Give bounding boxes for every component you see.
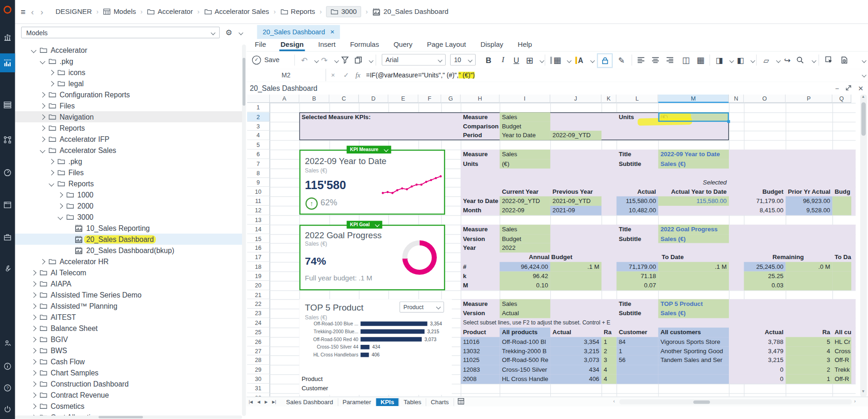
cell-H7[interactable]: Units	[461, 159, 500, 168]
cell-format-button[interactable]: ◨	[714, 52, 725, 69]
back-icon[interactable]: ‹	[31, 7, 34, 16]
formula-bar-expand-icon[interactable]	[862, 73, 867, 77]
cell-I14[interactable]: Sales	[500, 225, 550, 234]
row-header-29[interactable]: 29	[247, 365, 270, 374]
tree-folder-icons[interactable]: icons	[15, 67, 242, 78]
cell-I25[interactable]: All products	[500, 328, 550, 337]
save-button[interactable]: ✓Save	[252, 52, 291, 69]
cell-M22[interactable]: TOP 5 Product	[658, 299, 729, 309]
cell-J10[interactable]: Previous Year	[550, 187, 601, 197]
cell-P25[interactable]: Ra	[785, 328, 832, 337]
tree-expander-icon[interactable]	[31, 348, 37, 353]
row-header-7[interactable]: 7	[247, 159, 270, 168]
cell-P27[interactable]: 4	[785, 346, 832, 356]
cell-J25[interactable]: Actual	[550, 328, 601, 337]
cell-L23[interactable]: Subtitle	[617, 309, 658, 318]
info-icon[interactable]	[0, 359, 15, 373]
cell-M18[interactable]: .1 M	[658, 262, 729, 271]
tree-folder-reports[interactable]: Reports	[15, 178, 242, 189]
cell-P29[interactable]: 2	[785, 365, 832, 374]
align-center-button[interactable]	[651, 57, 659, 63]
cell-M15[interactable]: Sales (€)	[658, 234, 729, 243]
cell-O25[interactable]: Actual	[744, 328, 785, 337]
hscroll-left-icon[interactable]: ‹	[613, 398, 615, 404]
cell-J11[interactable]: 2021-09_YTD	[550, 197, 601, 206]
row-header-17[interactable]: 17	[247, 253, 270, 262]
cell-I11[interactable]: 2022-09_YTD	[500, 197, 550, 206]
redo-button[interactable]: ↷	[319, 52, 330, 69]
cell-I4[interactable]: Year to Date	[500, 131, 550, 140]
cell-O29[interactable]: 0	[744, 365, 785, 374]
cell-I22[interactable]: Sales	[500, 299, 550, 309]
sheetnav-first-icon[interactable]: |◀	[247, 400, 255, 404]
cell-L6[interactable]: Title	[617, 150, 658, 159]
cell-M10[interactable]: Actual Year to Date	[658, 187, 729, 197]
sheet-tab-kpis[interactable]: KPIs	[376, 398, 399, 406]
tree-folder-accelerator-ifp[interactable]: Accelerator IFP	[15, 133, 242, 145]
confirm-icon[interactable]: ✓	[343, 69, 349, 81]
cell-L27[interactable]: 1	[617, 346, 658, 356]
cell-P11[interactable]: 96,923.00	[785, 197, 832, 206]
tree-folder-accelerator-hr[interactable]: Accelerator HR	[15, 256, 242, 267]
help-icon[interactable]: ?	[0, 381, 15, 395]
tree-folder-2000[interactable]: 2000	[15, 200, 242, 211]
cell-H26[interactable]: 11016	[461, 337, 500, 346]
cell-O10[interactable]: Budget	[744, 187, 785, 197]
menu-page-layout[interactable]: Page Layout	[427, 41, 466, 50]
cell-Q29[interactable]: Trekk	[832, 365, 851, 374]
cell-L15[interactable]: Subtitle	[617, 234, 658, 243]
cell-L22[interactable]: Title	[617, 299, 658, 309]
cell-Q27[interactable]: Cross	[832, 346, 851, 356]
column-header-D[interactable]: D	[359, 95, 389, 103]
cell-K28[interactable]: 3	[601, 356, 616, 365]
chevron-down-icon[interactable]	[729, 58, 734, 63]
cell-I7[interactable]: (€)	[500, 159, 550, 168]
eraser-button[interactable]: ▱	[760, 52, 772, 69]
breadcrumb-item-reports[interactable]: Reports	[280, 8, 315, 16]
breadcrumb-item-accelerator[interactable]: Accelerator	[147, 8, 193, 16]
kpi-goal-badge[interactable]: KPI Goal	[347, 221, 383, 229]
cell-H6[interactable]: Measure	[461, 150, 500, 159]
tree-folder--pkg[interactable]: .pkg	[15, 156, 242, 167]
cell-H20[interactable]: M	[461, 281, 500, 290]
row-header-21[interactable]: 21	[247, 290, 270, 299]
tree-expander-icon[interactable]	[31, 370, 37, 375]
cell-Q25[interactable]: All cu	[832, 328, 851, 337]
cell-H19[interactable]: k	[461, 272, 500, 281]
row-header-14[interactable]: 14	[247, 225, 270, 234]
cell-Q17[interactable]: To Da	[832, 253, 851, 262]
cell-H12[interactable]: Month	[461, 206, 500, 215]
cell-L12[interactable]: 10,482.00	[617, 206, 658, 215]
list-icon[interactable]	[0, 97, 15, 112]
cell-M30[interactable]	[658, 375, 729, 384]
lock-button[interactable]	[597, 53, 613, 68]
user-search-icon[interactable]	[0, 336, 15, 350]
cell-H25[interactable]: Product	[461, 328, 500, 337]
cell-L11[interactable]: 115,580.00	[617, 197, 658, 206]
scroll-up-icon[interactable]: ▲	[862, 95, 865, 98]
tree-expander-icon[interactable]	[40, 103, 45, 108]
tree-folder-cosmetics[interactable]: Cosmetics	[15, 400, 242, 412]
cell-L14[interactable]: Title	[617, 225, 658, 234]
column-header-O[interactable]: O	[744, 95, 785, 103]
edit-pencil-button[interactable]: ✎	[616, 52, 627, 69]
sheet-horizontal-scrollbar[interactable]	[619, 400, 852, 405]
row-header-22[interactable]: 22	[247, 299, 270, 309]
cell-O30[interactable]: 0	[744, 375, 785, 384]
tree-folder-balance-sheet[interactable]: Balance Sheet	[15, 323, 242, 334]
cell-H30[interactable]: 2008	[461, 375, 500, 384]
chevron-down-icon[interactable]	[776, 58, 781, 63]
align-right-button[interactable]	[666, 57, 674, 63]
cell-H23[interactable]: Version	[461, 309, 500, 318]
tree-expander-icon[interactable]	[31, 381, 37, 387]
sheetnav-next-icon[interactable]: ▶	[262, 400, 270, 404]
column-header-I[interactable]: I	[500, 95, 550, 103]
cell-M27[interactable]: Another Sporting Good	[658, 346, 729, 356]
cell-K27[interactable]: 2	[601, 346, 616, 356]
cell-Q26[interactable]: HL Cr	[832, 337, 851, 346]
tree-report-10-sales-reporting[interactable]: 10_Sales Reporting	[15, 222, 242, 234]
row-header-13[interactable]: 13	[247, 215, 270, 224]
column-header-F[interactable]: F	[418, 95, 441, 103]
row-header-6[interactable]: 6	[247, 150, 270, 159]
tree-folder-reports[interactable]: Reports	[15, 122, 242, 133]
